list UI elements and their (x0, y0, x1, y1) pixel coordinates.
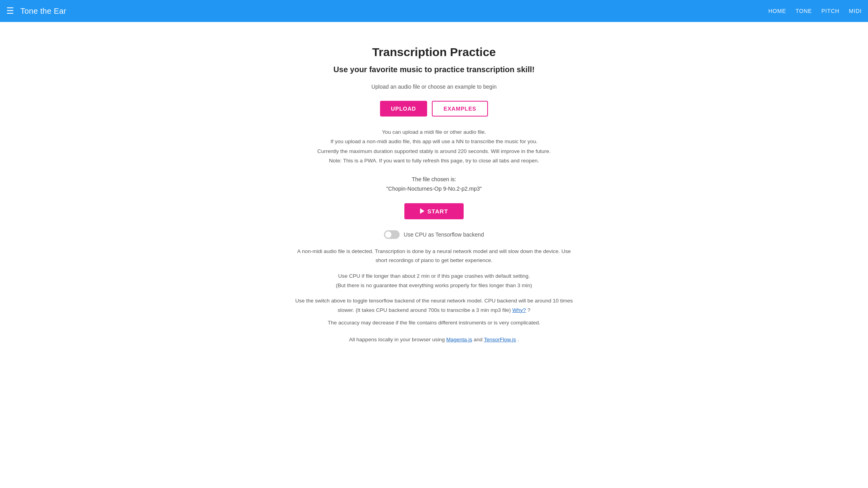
info-line-3: Currently the maximum duration supported… (317, 147, 550, 156)
info-toggle-text: Use the switch above to toggle tensorflo… (295, 298, 573, 313)
cpu-toggle[interactable] (384, 230, 400, 239)
nav-midi[interactable]: MIDI (849, 8, 862, 14)
file-chosen-block: The file chosen is: "Chopin-Nocturnes-Op… (386, 175, 482, 194)
nav-tone[interactable]: TONE (795, 8, 812, 14)
info-block: You can upload a midi file or other audi… (317, 127, 550, 166)
nav-pitch[interactable]: PITCH (821, 8, 839, 14)
main-content: Transcription Practice Use your favorite… (0, 22, 868, 368)
info-toggle-block: Use the switch above to toggle tensorflo… (293, 296, 576, 315)
cpu-toggle-row: Use CPU as Tensorflow backend (384, 230, 484, 239)
menu-icon[interactable]: ☰ (6, 6, 14, 16)
play-icon (420, 208, 424, 214)
info-line-2: If you upload a non-midi audio file, thi… (317, 137, 550, 146)
nav-links: HOME TONE PITCH MIDI (768, 8, 862, 14)
page-subtitle: Use your favorite music to practice tran… (333, 65, 534, 74)
start-button[interactable]: START (404, 203, 464, 219)
app-title: Tone the Ear (20, 7, 768, 16)
file-chosen-name: "Chopin-Nocturnes-Op 9-No.2-p2.mp3" (386, 184, 482, 194)
question-mark: ? (527, 307, 530, 313)
warning-3: (But there is no guarantee that everythi… (336, 281, 532, 290)
accuracy-note-text: The accuracy may decrease if the file co… (328, 320, 541, 326)
warning-2: Use CPU if file longer than about 2 min … (336, 271, 532, 281)
nav-home[interactable]: HOME (768, 8, 786, 14)
start-label: START (428, 208, 448, 215)
examples-button[interactable]: EXAMPLES (432, 101, 488, 117)
instruction-text: Upload an audio file or choose an exampl… (371, 84, 497, 90)
navbar: ☰ Tone the Ear HOME TONE PITCH MIDI (0, 0, 868, 22)
warning-block-23: Use CPU if file longer than about 2 min … (336, 271, 532, 290)
accuracy-note-block: The accuracy may decrease if the file co… (328, 318, 541, 328)
upload-examples-row: UPLOAD EXAMPLES (380, 101, 488, 117)
toggle-slider (384, 230, 400, 239)
footer-text-end: . (517, 337, 519, 342)
upload-button[interactable]: UPLOAD (380, 101, 427, 117)
file-chosen-label: The file chosen is: (386, 175, 482, 184)
page-title: Transcription Practice (372, 46, 496, 59)
footer-text-before: All happens locally in your browser usin… (349, 337, 446, 342)
warning-block-1: A non-midi audio file is detected. Trans… (293, 247, 576, 265)
footer-block: All happens locally in your browser usin… (349, 335, 519, 344)
footer-text-mid: and (474, 337, 484, 342)
why-link[interactable]: Why? (512, 307, 526, 313)
magenta-link[interactable]: Magenta.js (446, 337, 472, 342)
tensorflow-link[interactable]: TensorFlow.js (484, 337, 516, 342)
toggle-label-text: Use CPU as Tensorflow backend (404, 231, 484, 238)
info-line-1: You can upload a midi file or other audi… (317, 127, 550, 137)
info-line-4: Note: This is a PWA. If you want to full… (317, 156, 550, 166)
